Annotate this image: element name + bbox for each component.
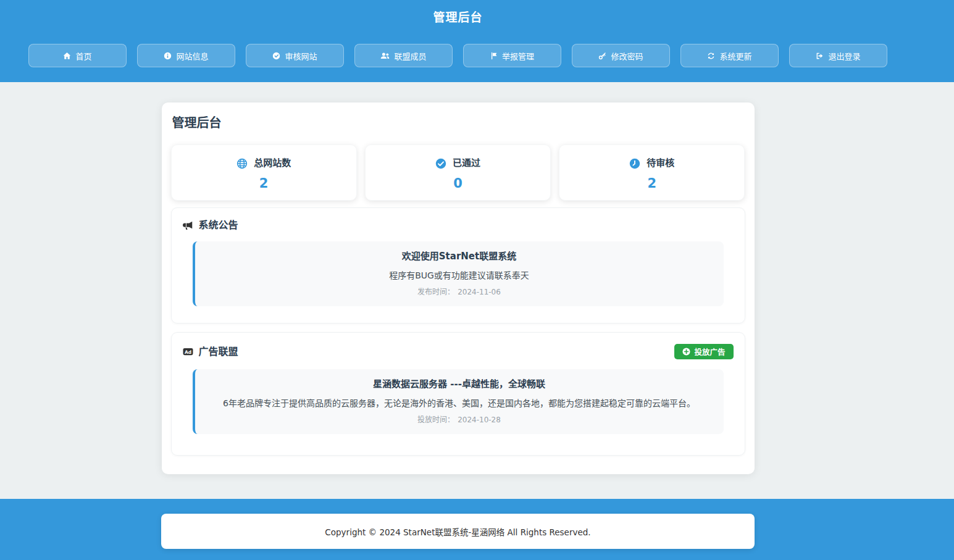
svg-text:Ad: Ad (184, 349, 191, 355)
flag-icon (490, 52, 498, 60)
announcements-panel: 系统公告 欢迎使用StarNet联盟系统 程序有BUG或有功能建议请联系奉天 发… (171, 207, 745, 324)
post-ad-button[interactable]: 投放广告 (674, 344, 733, 359)
bullhorn-icon (183, 221, 193, 230)
nav-item-change-password[interactable]: 修改密码 (572, 44, 670, 67)
nav-label: 网站信息 (176, 50, 208, 62)
ad-time: 投放时间： 2024-10-28 (207, 416, 711, 425)
ad-item: 星涵数据云服务器 ---卓越性能，全球畅联 6年老品牌专注于提供高品质的云服务器… (193, 369, 724, 434)
main-nav: 首页 网站信息 审核网站 联盟成员 (28, 44, 887, 67)
nav-label: 首页 (75, 50, 91, 62)
stat-head: 已通过 (366, 157, 550, 169)
dashboard-card: 管理后台 总网站数 2 (162, 102, 755, 474)
ads-header: Ad 广告联盟 投放广告 (183, 344, 734, 359)
footer: Copyright © 2024 StarNet联盟系统-星涵网络 All Ri… (0, 499, 954, 560)
info-circle-icon (164, 52, 172, 60)
nav-label: 退出登录 (828, 50, 860, 62)
nav-label: 审核网站 (285, 50, 317, 62)
ads-panel: Ad 广告联盟 投放广告 星涵数据云服务器 ---卓越性能，全球畅联 6年老品牌… (171, 332, 745, 456)
stat-card-pending: 待审核 2 (559, 144, 745, 201)
stat-card-approved: 已通过 0 (365, 144, 551, 201)
ads-title: 广告联盟 (199, 346, 238, 358)
announcement-time-value: 2024-11-06 (458, 288, 501, 297)
nav-item-reports[interactable]: 举报管理 (463, 44, 561, 67)
ads-header-left: Ad 广告联盟 (183, 346, 238, 358)
stat-card-total-sites: 总网站数 2 (171, 144, 357, 201)
sign-out-icon (816, 52, 824, 60)
nav-item-site-info[interactable]: 网站信息 (137, 44, 235, 67)
nav-item-review-sites[interactable]: 审核网站 (246, 44, 344, 67)
ad-time-label: 投放时间： (417, 416, 454, 425)
nav-label: 修改密码 (611, 50, 643, 62)
stats-row: 总网站数 2 已通过 0 (171, 144, 745, 201)
nav-item-logout[interactable]: 退出登录 (789, 44, 887, 67)
ad-content: 6年老品牌专注于提供高品质的云服务器，无论是海外的香港、美国，还是国内各地，都能… (207, 398, 711, 409)
clock-icon (629, 158, 640, 169)
dashboard-title: 管理后台 (172, 115, 744, 131)
stat-value-approved: 0 (366, 175, 550, 191)
nav-label: 联盟成员 (394, 50, 426, 62)
announcement-content: 程序有BUG或有功能建议请联系奉天 (207, 270, 711, 281)
plus-circle-icon (682, 348, 690, 356)
announcement-time: 发布时间： 2024-11-06 (207, 288, 711, 297)
main-content: 管理后台 总网站数 2 (0, 82, 954, 499)
announcements-header: 系统公告 (183, 219, 734, 232)
check-circle-icon (435, 158, 446, 169)
announcement-time-label: 发布时间： (417, 288, 454, 297)
nav-item-system-update[interactable]: 系统更新 (680, 44, 779, 67)
announcement-item: 欢迎使用StarNet联盟系统 程序有BUG或有功能建议请联系奉天 发布时间： … (193, 241, 724, 306)
home-icon (63, 52, 71, 60)
announcement-title: 欢迎使用StarNet联盟系统 (207, 251, 711, 262)
stat-value-pending: 2 (559, 175, 744, 191)
check-circle-icon (272, 52, 280, 60)
nav-label: 举报管理 (502, 50, 534, 62)
sync-icon (707, 52, 715, 60)
copyright-text: Copyright © 2024 StarNet联盟系统-星涵网络 All Ri… (325, 525, 590, 538)
top-header: 管理后台 首页 网站信息 审核网站 (0, 0, 954, 82)
stat-head: 总网站数 (172, 157, 356, 169)
announcements-title: 系统公告 (199, 219, 238, 232)
ad-title: 星涵数据云服务器 ---卓越性能，全球畅联 (207, 378, 711, 390)
footer-card: Copyright © 2024 StarNet联盟系统-星涵网络 All Ri… (161, 514, 755, 549)
key-icon (598, 52, 606, 60)
nav-item-home[interactable]: 首页 (28, 44, 127, 67)
stat-head: 待审核 (559, 157, 744, 169)
stat-label: 总网站数 (254, 157, 291, 169)
globe-icon (236, 158, 248, 169)
nav-item-members[interactable]: 联盟成员 (354, 44, 453, 67)
page-title: 管理后台 (0, 10, 916, 25)
ad-time-value: 2024-10-28 (458, 416, 501, 425)
nav-label: 系统更新 (719, 50, 751, 62)
stat-label: 已通过 (453, 157, 480, 169)
stat-label: 待审核 (646, 157, 674, 169)
users-icon (380, 52, 390, 59)
ad-icon: Ad (183, 347, 193, 356)
post-ad-button-label: 投放广告 (694, 346, 725, 357)
stat-value-total-sites: 2 (172, 175, 356, 191)
